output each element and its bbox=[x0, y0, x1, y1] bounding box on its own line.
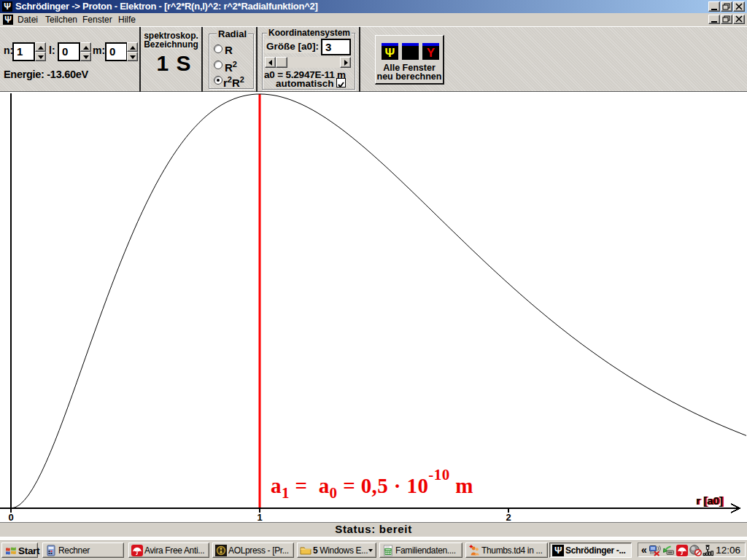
svg-text:1: 1 bbox=[257, 512, 262, 523]
svg-text:0: 0 bbox=[8, 512, 13, 523]
svg-text:2: 2 bbox=[506, 512, 511, 523]
svg-text:a1 = a0 = 0,5 · 10-10 m: a1 = a0 = 0,5 · 10-10 m bbox=[271, 466, 473, 502]
svg-text:r [a0]: r [a0] bbox=[696, 494, 723, 507]
